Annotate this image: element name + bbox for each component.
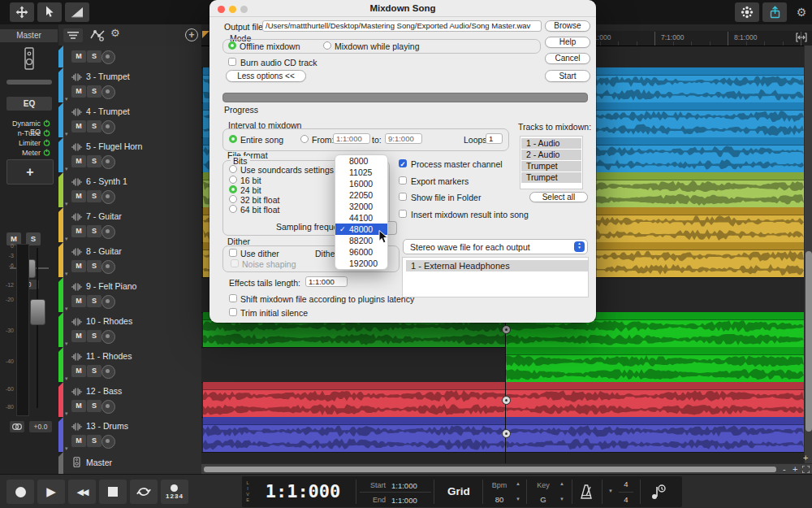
to-input[interactable]: 9:1:000 — [385, 133, 422, 144]
track-record-button[interactable] — [102, 365, 115, 379]
audio-clip[interactable] — [505, 382, 805, 417]
track-row-3-trumpet[interactable]: ▾3 - TrumpetMS — [58, 67, 201, 103]
record-button[interactable] — [6, 480, 34, 504]
track-solo-button[interactable]: S — [87, 330, 102, 342]
track-row-4-trumpet[interactable]: ▾4 - TrumpetMS — [58, 102, 201, 138]
track-solo-button[interactable]: S — [87, 120, 102, 132]
vertical-scrollbar-thumb[interactable] — [806, 251, 812, 432]
track-settings-gear-icon[interactable]: ⚙ — [110, 27, 120, 39]
audio-clip[interactable] — [505, 347, 805, 382]
track-record-button[interactable] — [102, 190, 115, 204]
time-signature-dropdown-icon[interactable]: ▼ — [606, 488, 615, 495]
track-row[interactable]: MS — [58, 46, 201, 68]
expand-triangle-icon[interactable]: ▾ — [65, 410, 68, 417]
track-row-13-drums[interactable]: ▾13 - DrumsMS — [58, 417, 201, 453]
track-solo-button[interactable]: S — [87, 190, 102, 202]
burn-cd-label[interactable]: Burn audio CD track — [240, 58, 317, 67]
output-file-input[interactable]: /Users/mattthurtell/Desktop/Mastering So… — [262, 20, 542, 32]
option-checkbox-export-markers[interactable] — [399, 176, 407, 185]
freq-menu-item-44100[interactable]: 44100 — [335, 212, 387, 224]
track-solo-button[interactable]: S — [87, 155, 102, 167]
playhead-node[interactable] — [502, 396, 511, 405]
live-indicator[interactable]: LIVE — [245, 480, 250, 503]
master-plugin-dynamic-eq[interactable]: Dynamic EQ — [0, 119, 54, 128]
add-track-button[interactable]: + — [185, 28, 198, 41]
eq-button[interactable]: EQ — [6, 97, 52, 111]
key-down-icon[interactable]: ▼ — [557, 496, 567, 503]
trim-silence-label[interactable]: Trim initial silence — [240, 308, 308, 318]
time-signature-bottom[interactable]: 4 — [620, 495, 632, 504]
stereo-mode-button[interactable] — [10, 421, 24, 432]
option-label[interactable]: Export markers — [411, 176, 469, 186]
bit-label[interactable]: 64 bit float — [240, 205, 279, 215]
track-solo-button[interactable]: S — [87, 260, 102, 272]
expand-triangle-icon[interactable]: ▾ — [65, 341, 68, 347]
select-tool-button[interactable] — [37, 2, 62, 22]
effects-tails-input[interactable]: 1:1:000 — [305, 276, 348, 287]
track-mute-button[interactable]: M — [71, 155, 86, 167]
freq-menu-item-192000[interactable]: 192000 — [335, 258, 387, 269]
track-row-6-synth-1[interactable]: ▾6 - Synth 1MS — [58, 172, 201, 208]
mixer-button[interactable] — [735, 2, 759, 22]
expand-triangle-icon[interactable]: ▾ — [65, 236, 68, 242]
fade-tool-button[interactable] — [65, 2, 89, 22]
track-record-button[interactable] — [102, 85, 115, 99]
trim-silence-checkbox[interactable] — [229, 308, 237, 316]
horizontal-scrollbar[interactable]: - + — [201, 463, 812, 474]
offline-mixdown-radio[interactable] — [228, 41, 236, 50]
track-row-9-felt-piano[interactable]: ▾9 - Felt PianoMS — [58, 277, 201, 313]
bit-label[interactable]: Use soundcards settings — [240, 165, 334, 175]
track-record-button[interactable] — [102, 295, 115, 309]
freq-menu-item-32000[interactable]: 32000 — [335, 201, 387, 212]
key-up-icon[interactable]: ▲ — [557, 480, 567, 488]
freq-menu-item-11025[interactable]: 11025 — [335, 167, 387, 178]
expand-triangle-icon[interactable]: ▾ — [65, 201, 68, 207]
entire-song-radio[interactable] — [229, 135, 237, 143]
start-value[interactable]: 1:1:000 — [391, 481, 417, 490]
freq-menu-item-96000[interactable]: 96000 — [335, 246, 387, 258]
track-solo-button[interactable]: S — [87, 225, 102, 237]
zoom-in-button[interactable]: + — [793, 464, 797, 474]
output-mode-select[interactable]: Stereo wave file for each output ▲▼ — [403, 239, 588, 254]
from-label[interactable]: From: — [312, 135, 334, 145]
automation-button[interactable] — [89, 28, 106, 45]
option-checkbox-process-master-channel[interactable]: ✓ — [399, 159, 407, 167]
playhead-node[interactable] — [502, 325, 511, 334]
output-device-list[interactable]: 1 - External Headphones — [402, 257, 589, 297]
from-radio[interactable] — [300, 135, 309, 143]
minimize-window-button[interactable] — [229, 6, 236, 13]
loop-button[interactable] — [130, 480, 158, 504]
track-mute-button[interactable]: M — [71, 190, 86, 202]
sampling-frequency-select-edge[interactable] — [387, 221, 397, 235]
track-row-8-guitar[interactable]: ▾8 - GuitarMS — [58, 242, 201, 278]
track-solo-button[interactable]: S — [87, 365, 102, 377]
audio-clip[interactable] — [203, 382, 506, 417]
bit-radio-32-bit-float[interactable] — [229, 195, 237, 203]
master-plugin-meter[interactable]: Meter — [0, 148, 54, 158]
master-gain-value[interactable]: +0.0 — [29, 421, 52, 432]
master-plugin-limiter[interactable]: Limiter — [0, 138, 54, 148]
time-signature-top[interactable]: 4 — [620, 480, 632, 488]
fader-handle[interactable] — [30, 299, 45, 325]
option-checkbox-insert-mixdown-result-into-song[interactable] — [399, 210, 407, 218]
track-row-10-rhodes[interactable]: ▾10 - RhodesMS — [58, 312, 201, 348]
track-record-button[interactable] — [102, 330, 115, 344]
power-icon[interactable] — [43, 129, 50, 137]
mixdown-track-item[interactable]: Trumpet — [521, 161, 581, 172]
select-all-button[interactable]: Select all — [529, 192, 588, 202]
track-solo-button[interactable]: S — [87, 50, 102, 63]
expand-triangle-icon[interactable]: ▾ — [65, 166, 68, 172]
zoom-out-button[interactable]: - — [783, 464, 786, 474]
track-mute-button[interactable]: M — [71, 50, 86, 63]
mixdown-while-playing-radio[interactable] — [323, 41, 331, 50]
grid-button[interactable]: Grid — [437, 485, 481, 497]
mixdown-track-item[interactable]: 1 - Audio — [521, 138, 581, 149]
option-label[interactable]: Show file in Folder — [411, 193, 481, 202]
track-row-7-guitar[interactable]: ▾7 - GuitarMS — [58, 207, 201, 243]
expand-triangle-icon[interactable]: ▾ — [65, 271, 68, 277]
power-icon[interactable] — [43, 119, 50, 127]
shift-latency-label[interactable]: Shift mixdown file according to plugins … — [240, 294, 414, 304]
add-plugin-button[interactable]: + — [6, 159, 54, 185]
master-plugin-n-tube[interactable]: n-Tube — [0, 128, 54, 138]
mixdown-while-playing-label[interactable]: Mixdown while playing — [335, 41, 419, 51]
